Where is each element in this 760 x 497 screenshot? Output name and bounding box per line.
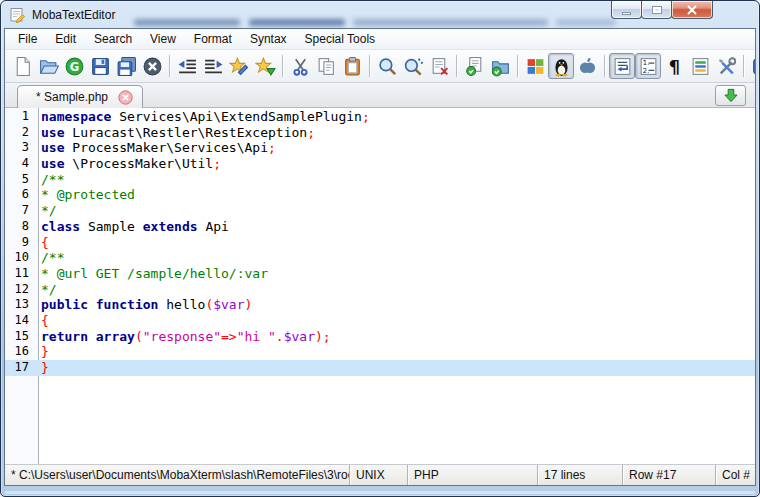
find-button[interactable] — [374, 53, 400, 79]
save-all-icon — [116, 56, 137, 77]
close-file-icon — [142, 56, 163, 77]
save-icon — [90, 56, 111, 77]
code-line[interactable]: 12*/ — [5, 282, 755, 298]
app-icon — [10, 7, 26, 23]
toolbar-separator — [743, 55, 744, 77]
folder-sync-button[interactable] — [487, 53, 513, 79]
code-line[interactable]: 5/** — [5, 172, 755, 188]
add-favorite-button[interactable] — [252, 53, 278, 79]
code-line-text: use Luracast\Restler\RestException; — [34, 125, 315, 141]
tools-button[interactable] — [713, 53, 739, 79]
toolbar-separator — [456, 55, 457, 77]
code-line[interactable]: 13public function hello($var) — [5, 297, 755, 313]
code-line[interactable]: 6* @protected — [5, 187, 755, 203]
code-line-text: */ — [34, 282, 57, 298]
tab-list-button[interactable] — [715, 85, 746, 106]
menu-view[interactable]: View — [141, 30, 185, 48]
replace-button[interactable] — [426, 53, 452, 79]
reload-file-icon — [464, 56, 485, 77]
code-line[interactable]: 1namespace Services\Api\ExtendSamplePlug… — [5, 109, 755, 125]
code-line[interactable]: 8class Sample extends Api — [5, 219, 755, 235]
copy-button[interactable] — [313, 53, 339, 79]
line-number: 11 — [5, 266, 34, 282]
paragraph-marks-button[interactable]: ¶ — [661, 53, 687, 79]
tab-label: * Sample.php — [36, 90, 108, 104]
menu-format[interactable]: Format — [185, 30, 241, 48]
find-next-button[interactable] — [400, 53, 426, 79]
menu-edit[interactable]: Edit — [46, 30, 85, 48]
minimize-icon — [622, 12, 631, 15]
close-button[interactable] — [671, 0, 713, 19]
menu-search[interactable]: Search — [85, 30, 141, 48]
toolbar-separator — [282, 55, 283, 77]
line-number: 7 — [5, 203, 34, 219]
code-line[interactable]: 15return array("response"=>"hi ".$var); — [5, 329, 755, 345]
line-number: 14 — [5, 313, 34, 329]
cut-button[interactable] — [287, 53, 313, 79]
code-editor[interactable]: 1namespace Services\Api\ExtendSamplePlug… — [5, 108, 755, 464]
title-bar[interactable]: MobaTextEditor — [1, 1, 759, 28]
tab-sample-php[interactable]: * Sample.php — [17, 85, 143, 108]
line-number: 12 — [5, 282, 34, 298]
code-line-text: class Sample extends Api — [34, 219, 229, 235]
save-all-button[interactable] — [113, 53, 139, 79]
line-numbers-icon: 1.2. — [638, 56, 659, 77]
status-syntax-mode: PHP — [408, 465, 538, 485]
minimize-button[interactable] — [611, 0, 642, 19]
tools-icon — [716, 56, 737, 77]
status-file-path: * C:\Users\user\Documents\MobaXterm\slas… — [5, 465, 350, 485]
menu-syntax[interactable]: Syntax — [241, 30, 296, 48]
glass-blur-artifact — [249, 19, 345, 26]
line-number: 8 — [5, 219, 34, 235]
status-col-indicator: Col # — [716, 465, 755, 485]
toolbar-separator — [369, 55, 370, 77]
code-line-text: } — [34, 344, 49, 360]
line-number: 1 — [5, 109, 34, 125]
code-line[interactable]: 2use Luracast\Restler\RestException; — [5, 125, 755, 141]
indent-button[interactable] — [200, 53, 226, 79]
code-line[interactable]: 16} — [5, 344, 755, 360]
line-numbers-button[interactable]: 1.2. — [635, 53, 661, 79]
code-line[interactable]: 4use \ProcessMaker\Util; — [5, 156, 755, 172]
code-line[interactable]: 10/** — [5, 250, 755, 266]
sync-icon: G — [64, 56, 85, 77]
menu-special-tools[interactable]: Special Tools — [296, 30, 385, 48]
new-file-button[interactable] — [9, 53, 35, 79]
replace-icon — [429, 56, 450, 77]
exit-button[interactable] — [748, 53, 756, 79]
reload-file-button[interactable] — [461, 53, 487, 79]
tab-close-icon[interactable] — [118, 90, 133, 105]
close-file-button[interactable] — [139, 53, 165, 79]
unindent-button[interactable] — [174, 53, 200, 79]
windows-format-button[interactable] — [522, 53, 548, 79]
code-line[interactable]: 17} — [5, 360, 755, 376]
code-line[interactable]: 3use ProcessMaker\Services\Api; — [5, 140, 755, 156]
code-line[interactable]: 7*/ — [5, 203, 755, 219]
code-line-text: } — [34, 360, 49, 376]
unix-format-icon — [551, 56, 572, 77]
unix-format-button[interactable] — [548, 53, 574, 79]
code-line[interactable]: 9{ — [5, 235, 755, 251]
word-wrap-button[interactable] — [609, 53, 635, 79]
sync-button[interactable]: G — [61, 53, 87, 79]
syntax-colors-button[interactable] — [687, 53, 713, 79]
open-file-button[interactable] — [35, 53, 61, 79]
tab-bar: * Sample.php — [5, 83, 755, 108]
save-button[interactable] — [87, 53, 113, 79]
line-number: 2 — [5, 125, 34, 141]
mac-format-button[interactable] — [574, 53, 600, 79]
edit-favorites-button[interactable] — [226, 53, 252, 79]
exit-icon — [751, 56, 757, 77]
open-file-icon — [38, 56, 59, 77]
paste-button[interactable] — [339, 53, 365, 79]
code-line-text: use ProcessMaker\Services\Api; — [34, 140, 276, 156]
line-number: 3 — [5, 140, 34, 156]
maximize-button[interactable] — [641, 0, 672, 19]
svg-text:2.: 2. — [642, 66, 649, 74]
status-row-indicator: Row #17 — [623, 465, 716, 485]
code-line[interactable]: 14{ — [5, 313, 755, 329]
code-line[interactable]: 11* @url GET /sample/hello/:var — [5, 266, 755, 282]
svg-text:G: G — [69, 59, 78, 73]
menu-file[interactable]: File — [9, 30, 46, 48]
syntax-colors-icon — [690, 56, 711, 77]
